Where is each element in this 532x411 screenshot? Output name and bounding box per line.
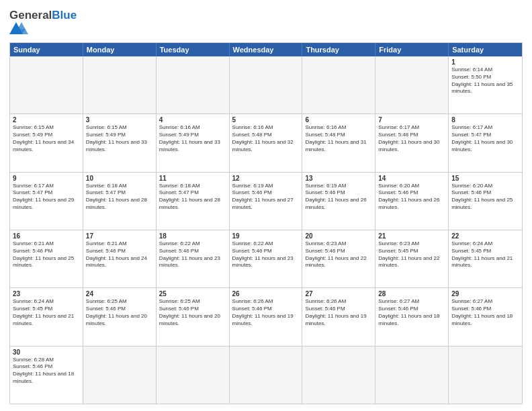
cell-info: Sunrise: 6:18 AMSunset: 5:47 PMDaylight:… xyxy=(159,183,226,212)
week-row-1: 1Sunrise: 6:14 AMSunset: 5:50 PMDaylight… xyxy=(10,56,522,114)
day-number: 9 xyxy=(13,175,80,182)
week-row-5: 23Sunrise: 6:24 AMSunset: 5:45 PMDayligh… xyxy=(10,288,522,346)
cal-cell: 29Sunrise: 6:27 AMSunset: 5:46 PMDayligh… xyxy=(449,288,522,345)
header-day-monday: Monday xyxy=(83,43,157,56)
logo-general: General xyxy=(9,9,52,21)
cal-cell: 24Sunrise: 6:25 AMSunset: 5:46 PMDayligh… xyxy=(83,288,157,345)
cal-cell xyxy=(230,56,303,113)
cal-cell: 4Sunrise: 6:16 AMSunset: 5:49 PMDaylight… xyxy=(157,114,230,171)
day-number: 28 xyxy=(378,290,445,298)
cell-info: Sunrise: 6:14 AMSunset: 5:50 PMDaylight:… xyxy=(451,66,519,95)
cal-cell xyxy=(157,56,230,113)
day-number: 11 xyxy=(159,175,226,182)
cal-cell: 9Sunrise: 6:17 AMSunset: 5:47 PMDaylight… xyxy=(10,173,83,230)
cal-cell: 25Sunrise: 6:25 AMSunset: 5:46 PMDayligh… xyxy=(157,288,230,345)
cell-info: Sunrise: 6:23 AMSunset: 5:45 PMDaylight:… xyxy=(378,240,445,269)
day-number: 15 xyxy=(451,175,519,182)
day-number: 19 xyxy=(232,232,300,240)
cal-cell xyxy=(83,347,157,404)
cell-info: Sunrise: 6:26 AMSunset: 5:46 PMDaylight:… xyxy=(305,298,372,327)
cell-info: Sunrise: 6:24 AMSunset: 5:45 PMDaylight:… xyxy=(451,240,519,269)
cell-info: Sunrise: 6:16 AMSunset: 5:49 PMDaylight:… xyxy=(159,124,226,153)
day-number: 12 xyxy=(232,175,300,182)
cal-cell: 1Sunrise: 6:14 AMSunset: 5:50 PMDaylight… xyxy=(449,56,522,113)
cal-cell: 11Sunrise: 6:18 AMSunset: 5:47 PMDayligh… xyxy=(157,173,230,230)
day-number: 6 xyxy=(305,116,372,124)
week-row-3: 9Sunrise: 6:17 AMSunset: 5:47 PMDaylight… xyxy=(10,173,522,230)
cal-cell: 30Sunrise: 6:28 AMSunset: 5:46 PMDayligh… xyxy=(10,347,83,404)
day-number: 21 xyxy=(378,232,445,240)
logo: GeneralBlue xyxy=(9,9,77,37)
cal-cell: 14Sunrise: 6:20 AMSunset: 5:46 PMDayligh… xyxy=(375,173,449,230)
cal-cell: 8Sunrise: 6:17 AMSunset: 5:47 PMDaylight… xyxy=(449,114,522,171)
cal-cell xyxy=(83,56,157,113)
cell-info: Sunrise: 6:21 AMSunset: 5:46 PMDaylight:… xyxy=(86,240,153,269)
cell-info: Sunrise: 6:22 AMSunset: 5:46 PMDaylight:… xyxy=(232,240,300,269)
cell-info: Sunrise: 6:19 AMSunset: 5:46 PMDaylight:… xyxy=(305,183,372,212)
cal-cell xyxy=(230,347,303,404)
day-number: 14 xyxy=(378,175,445,182)
calendar: SundayMondayTuesdayWednesdayThursdayFrid… xyxy=(9,42,523,404)
cal-cell: 26Sunrise: 6:26 AMSunset: 5:46 PMDayligh… xyxy=(230,288,303,345)
cal-cell: 19Sunrise: 6:22 AMSunset: 5:46 PMDayligh… xyxy=(230,230,303,287)
cal-cell xyxy=(302,56,375,113)
cal-cell xyxy=(375,56,449,113)
cell-info: Sunrise: 6:22 AMSunset: 5:46 PMDaylight:… xyxy=(159,240,226,269)
cal-cell: 16Sunrise: 6:21 AMSunset: 5:46 PMDayligh… xyxy=(10,230,83,287)
day-number: 16 xyxy=(13,232,80,240)
cell-info: Sunrise: 6:15 AMSunset: 5:49 PMDaylight:… xyxy=(86,124,153,153)
cell-info: Sunrise: 6:28 AMSunset: 5:46 PMDaylight:… xyxy=(13,357,80,385)
cell-info: Sunrise: 6:21 AMSunset: 5:46 PMDaylight:… xyxy=(13,240,80,269)
day-number: 17 xyxy=(86,232,153,240)
cal-cell: 15Sunrise: 6:20 AMSunset: 5:46 PMDayligh… xyxy=(449,173,522,230)
day-number: 30 xyxy=(13,349,80,356)
day-number: 2 xyxy=(13,116,80,124)
day-number: 7 xyxy=(378,116,445,124)
cal-cell: 17Sunrise: 6:21 AMSunset: 5:46 PMDayligh… xyxy=(83,230,157,287)
cell-info: Sunrise: 6:17 AMSunset: 5:48 PMDaylight:… xyxy=(378,124,445,153)
header-day-thursday: Thursday xyxy=(302,43,375,56)
cell-info: Sunrise: 6:15 AMSunset: 5:49 PMDaylight:… xyxy=(13,124,80,153)
day-number: 8 xyxy=(451,116,519,124)
cal-cell: 7Sunrise: 6:17 AMSunset: 5:48 PMDaylight… xyxy=(375,114,449,171)
header-day-tuesday: Tuesday xyxy=(157,43,230,56)
day-number: 18 xyxy=(159,232,226,240)
cell-info: Sunrise: 6:17 AMSunset: 5:47 PMDaylight:… xyxy=(451,124,519,153)
cell-info: Sunrise: 6:18 AMSunset: 5:47 PMDaylight:… xyxy=(86,183,153,212)
cal-cell: 22Sunrise: 6:24 AMSunset: 5:45 PMDayligh… xyxy=(449,230,522,287)
cal-cell: 13Sunrise: 6:19 AMSunset: 5:46 PMDayligh… xyxy=(302,173,375,230)
cell-info: Sunrise: 6:26 AMSunset: 5:46 PMDaylight:… xyxy=(232,298,300,327)
header-day-sunday: Sunday xyxy=(10,43,83,56)
day-number: 10 xyxy=(86,175,153,182)
cal-cell: 5Sunrise: 6:16 AMSunset: 5:48 PMDaylight… xyxy=(230,114,303,171)
cell-info: Sunrise: 6:27 AMSunset: 5:46 PMDaylight:… xyxy=(378,298,445,327)
cal-cell xyxy=(449,347,522,404)
cell-info: Sunrise: 6:16 AMSunset: 5:48 PMDaylight:… xyxy=(305,124,372,153)
cell-info: Sunrise: 6:25 AMSunset: 5:46 PMDaylight:… xyxy=(86,298,153,327)
cal-cell: 6Sunrise: 6:16 AMSunset: 5:48 PMDaylight… xyxy=(302,114,375,171)
header-day-wednesday: Wednesday xyxy=(230,43,303,56)
cal-cell: 27Sunrise: 6:26 AMSunset: 5:46 PMDayligh… xyxy=(302,288,375,345)
page: GeneralBlue SundayMondayTuesdayWednesday… xyxy=(0,0,532,411)
cell-info: Sunrise: 6:19 AMSunset: 5:46 PMDaylight:… xyxy=(232,183,300,212)
cell-info: Sunrise: 6:23 AMSunset: 5:46 PMDaylight:… xyxy=(305,240,372,269)
cal-cell xyxy=(375,347,449,404)
day-number: 3 xyxy=(86,116,153,124)
day-number: 1 xyxy=(451,58,519,66)
cell-info: Sunrise: 6:17 AMSunset: 5:47 PMDaylight:… xyxy=(13,183,80,212)
cal-cell: 18Sunrise: 6:22 AMSunset: 5:46 PMDayligh… xyxy=(157,230,230,287)
day-number: 4 xyxy=(159,116,226,124)
cal-cell xyxy=(302,347,375,404)
calendar-header: SundayMondayTuesdayWednesdayThursdayFrid… xyxy=(10,43,522,56)
cell-info: Sunrise: 6:27 AMSunset: 5:46 PMDaylight:… xyxy=(451,298,519,327)
cal-cell: 23Sunrise: 6:24 AMSunset: 5:45 PMDayligh… xyxy=(10,288,83,345)
cal-cell: 21Sunrise: 6:23 AMSunset: 5:45 PMDayligh… xyxy=(375,230,449,287)
logo-icon xyxy=(9,22,47,34)
cal-cell: 28Sunrise: 6:27 AMSunset: 5:46 PMDayligh… xyxy=(375,288,449,345)
header-day-friday: Friday xyxy=(375,43,449,56)
week-row-4: 16Sunrise: 6:21 AMSunset: 5:46 PMDayligh… xyxy=(10,230,522,288)
cal-cell: 10Sunrise: 6:18 AMSunset: 5:47 PMDayligh… xyxy=(83,173,157,230)
day-number: 13 xyxy=(305,175,372,182)
day-number: 23 xyxy=(13,290,80,298)
day-number: 24 xyxy=(86,290,153,298)
